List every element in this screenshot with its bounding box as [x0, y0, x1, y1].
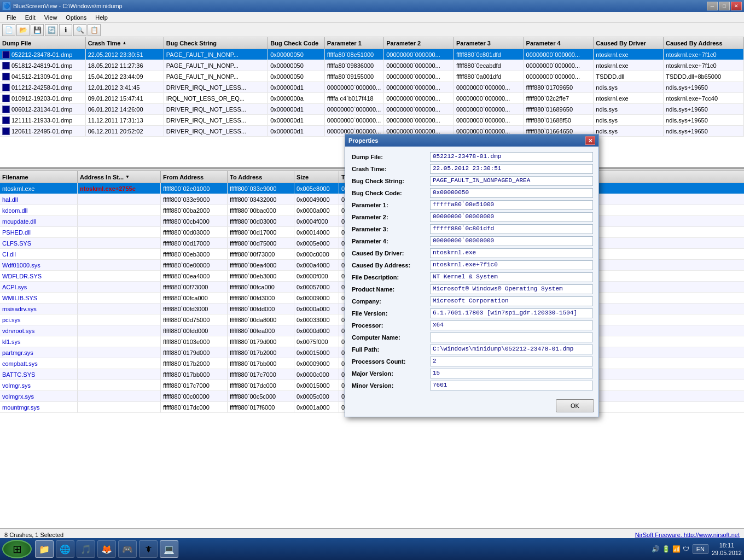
- start-button[interactable]: ⊞: [2, 540, 32, 558]
- prop-label: Processors Count:: [350, 355, 429, 368]
- lang-button[interactable]: EN: [693, 544, 708, 554]
- menu-help[interactable]: Help: [91, 13, 112, 22]
- bsod-icon: [2, 95, 10, 102]
- dialog-title-bar: Properties ✕: [345, 135, 598, 147]
- col-caused-addr[interactable]: Caused By Address: [664, 37, 744, 49]
- prop-label: Minor Version:: [350, 380, 429, 392]
- col-from-addr[interactable]: From Address: [161, 171, 228, 183]
- prop-label: File Version:: [350, 307, 429, 319]
- prop-value: 15: [430, 369, 593, 378]
- tray-icon1: 🔊: [652, 545, 660, 553]
- col-param4[interactable]: Parameter 4: [524, 37, 594, 49]
- taskbar-steam[interactable]: 🎮: [118, 540, 137, 558]
- prop-value: 052212-23478-01.dmp: [430, 152, 593, 162]
- bsod-icon: [2, 127, 10, 135]
- properties-dialog[interactable]: Properties ✕ Dump File: 052212-23478-01.…: [345, 134, 599, 417]
- col-bugcheck-code[interactable]: Bug Check Code: [268, 37, 325, 49]
- toolbar-props[interactable]: ℹ: [59, 24, 72, 36]
- col-bugcheck-string[interactable]: Bug Check String: [164, 37, 268, 49]
- firefox-icon: 🦊: [100, 542, 113, 556]
- prop-row: Parameter 1: fffffa80`08e51000: [350, 199, 594, 211]
- dialog-ok-area: OK: [345, 396, 598, 417]
- nirsoft-link[interactable]: NirSoft Freeware. http://www.nirsoft.net: [635, 532, 740, 538]
- toolbar-save[interactable]: 💾: [31, 24, 44, 36]
- table-row[interactable]: 011212-24258-01.dmp 12.01.2012 3:41:45 D…: [0, 82, 744, 93]
- menu-file[interactable]: File: [2, 13, 21, 22]
- table-row[interactable]: 052212-23478-01.dmp 22.05.2012 23:30:51 …: [0, 49, 744, 60]
- clock-date: 29.05.2012: [712, 549, 742, 557]
- table-row[interactable]: 010912-19203-01.dmp 09.01.2012 15:47:41 …: [0, 93, 744, 104]
- ok-button[interactable]: OK: [556, 399, 594, 412]
- crash-list-header: Dump File Crash Time ▲ Bug Check String …: [0, 37, 744, 49]
- table-row[interactable]: 121111-21933-01.dmp 11.12.2011 17:31:13 …: [0, 115, 744, 126]
- menu-edit[interactable]: Edit: [21, 13, 40, 22]
- prop-label: Processor:: [350, 319, 429, 331]
- prop-label: Caused By Address:: [350, 259, 429, 271]
- menu-view[interactable]: View: [40, 13, 62, 22]
- prop-value: 2: [430, 357, 593, 366]
- col-crash-time[interactable]: Crash Time ▲: [86, 37, 164, 49]
- taskbar-app2[interactable]: 🗡: [139, 540, 158, 558]
- taskbar-ie[interactable]: 🌐: [56, 540, 74, 558]
- table-row[interactable]: 041512-21309-01.dmp 15.04.2012 23:44:09 …: [0, 71, 744, 82]
- col-addr-in-st[interactable]: Address In St... ▼: [78, 171, 161, 183]
- app-icon: 🔵: [2, 2, 11, 10]
- table-row[interactable]: 006012-23134-01.dmp 06.01.2012 14:26:00 …: [0, 104, 744, 115]
- toolbar-search[interactable]: 🔍: [73, 24, 86, 36]
- toolbar-open[interactable]: 📂: [16, 24, 30, 36]
- prop-row: Caused By Driver: ntoskrnl.exe: [350, 247, 594, 259]
- prop-value: 7601: [430, 381, 593, 390]
- toolbar-refresh[interactable]: 🔄: [45, 24, 58, 36]
- tray-icon3: 📶: [672, 545, 681, 553]
- bsod-icon: [2, 73, 10, 80]
- bsod-icon: [2, 84, 10, 91]
- toolbar-new[interactable]: 📄: [2, 24, 15, 36]
- col-param3[interactable]: Parameter 3: [454, 37, 524, 49]
- prop-label: Major Version:: [350, 368, 429, 380]
- prop-label: Parameter 3:: [350, 223, 429, 235]
- prop-row: Product Name: Microsoft® Windows® Operat…: [350, 283, 594, 295]
- sort-arrow: ▲: [122, 40, 126, 45]
- taskbar-explorer[interactable]: 📁: [35, 540, 54, 558]
- col-to-addr[interactable]: To Address: [228, 171, 294, 183]
- maximize-button[interactable]: □: [719, 2, 730, 10]
- prop-value: PAGE_FAULT_IN_NONPAGED_AREA: [430, 176, 593, 186]
- prop-value: 00000000`00000000: [430, 236, 593, 246]
- prop-row: Major Version: 15: [350, 368, 594, 380]
- prop-value: C:\Windows\minidump\052212-23478-01.dmp: [430, 345, 593, 354]
- prop-value: NT Kernel & System: [430, 272, 593, 282]
- prop-value: 0x00000050: [430, 188, 593, 198]
- clock-time: 18:11: [712, 541, 742, 549]
- minimize-button[interactable]: ─: [707, 2, 718, 10]
- col-dump-file[interactable]: Dump File: [0, 37, 86, 49]
- steam-icon: 🎮: [121, 542, 134, 556]
- col-caused-driver[interactable]: Caused By Driver: [594, 37, 664, 49]
- taskbar: ⊞ 📁 🌐 🎵 🦊 🎮 🗡 💻 🔊 🔋 📶 🛡 EN 18:11 29.05.2…: [0, 538, 744, 560]
- prop-row: Minor Version: 7601: [350, 380, 594, 392]
- col-param1[interactable]: Parameter 1: [325, 37, 384, 49]
- prop-row: Bug Check String: PAGE_FAULT_IN_NONPAGED…: [350, 175, 594, 187]
- col-filename[interactable]: Filename: [0, 171, 78, 183]
- col-param2[interactable]: Parameter 2: [384, 37, 454, 49]
- menu-options[interactable]: Options: [61, 13, 91, 22]
- dialog-close-button[interactable]: ✕: [585, 136, 595, 145]
- prop-value: Microsoft Corporation: [430, 296, 593, 306]
- toolbar-report[interactable]: 📋: [88, 24, 101, 36]
- prop-value: 22.05.2012 23:30:51: [430, 164, 593, 174]
- prop-label: Bug Check String:: [350, 175, 429, 187]
- table-row[interactable]: 051812-24819-01.dmp 18.05.2012 11:27:36 …: [0, 60, 744, 71]
- taskbar-media[interactable]: 🎵: [77, 540, 95, 558]
- taskbar-bsv[interactable]: 💻: [160, 540, 178, 558]
- prop-row: Bug Check Code: 0x00000050: [350, 187, 594, 199]
- app2-icon: 🗡: [142, 542, 155, 556]
- prop-row: File Version: 6.1.7601.17803 [win7sp1_gd…: [350, 307, 594, 319]
- prop-label: Company:: [350, 295, 429, 307]
- prop-label: Parameter 2:: [350, 211, 429, 223]
- taskbar-firefox[interactable]: 🦊: [97, 540, 116, 558]
- close-button[interactable]: ✕: [731, 2, 742, 10]
- col-size[interactable]: Size: [294, 171, 339, 183]
- taskbar-clock[interactable]: 18:11 29.05.2012: [712, 541, 742, 557]
- prop-label: File Description:: [350, 271, 429, 283]
- dialog-content: Dump File: 052212-23478-01.dmp Crash Tim…: [345, 147, 598, 396]
- prop-row: Parameter 4: 00000000`00000000: [350, 235, 594, 247]
